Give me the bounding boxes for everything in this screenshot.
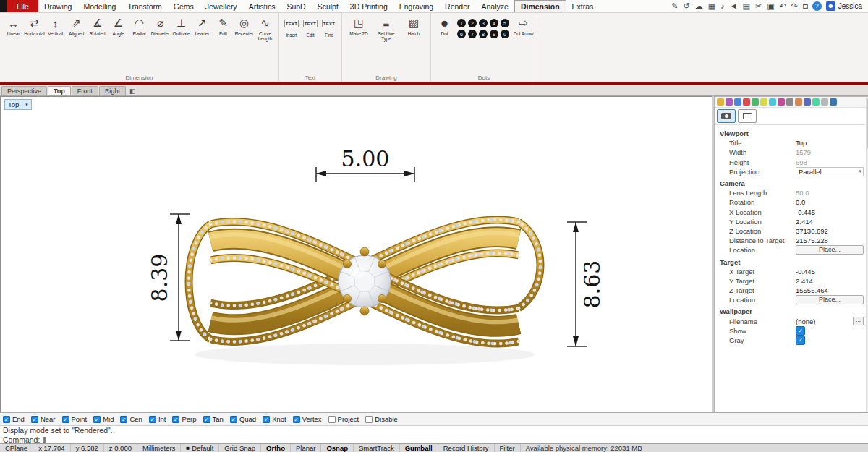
checkbox[interactable]: ✓ (293, 416, 300, 423)
checkbox[interactable] (365, 416, 373, 423)
panel-tab-icon[interactable] (830, 98, 837, 106)
panel-tab-icon[interactable] (812, 98, 820, 106)
microphone-icon[interactable]: ♪ (720, 2, 725, 10)
checkbox[interactable]: ✓ (31, 416, 38, 423)
recenter-tool[interactable]: ◎ Recenter (234, 15, 255, 36)
menu-tab-transform[interactable]: Transform (122, 0, 167, 12)
menu-tab-analyze[interactable]: Analyze (476, 0, 514, 12)
save-icon[interactable]: ◘ (803, 2, 808, 10)
viewport-tab-top[interactable]: Top (48, 86, 71, 95)
menu-tab-engraving[interactable]: Engraving (393, 0, 439, 12)
checkbox[interactable]: ✓ (93, 416, 101, 423)
menu-tab-sculpt[interactable]: Sculpt (312, 0, 344, 12)
cloud-icon[interactable]: ☁ (695, 2, 703, 10)
checkbox[interactable]: ✓ (3, 416, 10, 423)
vertical-dimension-tool[interactable]: ↕ Vertical (45, 15, 66, 36)
numbered-dot-button[interactable]: 8 (479, 30, 488, 38)
hatch-tool[interactable]: ▨ Hatch (400, 15, 427, 36)
property-value[interactable]: 0.0 (796, 198, 805, 206)
menu-tab-subd[interactable]: SubD (281, 0, 311, 12)
panel-tab-icon[interactable] (769, 98, 776, 106)
cplane-button[interactable]: CPlane (0, 444, 33, 452)
ortho-toggle[interactable]: Ortho (261, 444, 291, 452)
display-options-tab[interactable] (738, 109, 757, 123)
history-icon[interactable]: ↺ (684, 2, 690, 10)
panel-tab-icon[interactable] (717, 98, 724, 106)
dot-arrow-tool[interactable]: ⇨ Dot Arrow (513, 15, 534, 36)
gumball-toggle[interactable]: Gumball (400, 444, 438, 452)
numbered-dot-button[interactable]: 0 (501, 30, 509, 38)
menu-tab-artistics[interactable]: Artistics (243, 0, 281, 12)
planar-toggle[interactable]: Planar (291, 444, 321, 452)
menu-tab-drawing[interactable]: Drawing (38, 0, 78, 12)
edit-dimension-tool[interactable]: ✎ Edit (213, 15, 234, 36)
property-value[interactable]: Place... (796, 295, 864, 304)
viewport-title-menu[interactable]: Top ▾ (4, 99, 32, 110)
units-indicator[interactable]: Millimeters (137, 444, 181, 452)
horizontal-dimension-tool[interactable]: ⇄ Horizontal (24, 15, 45, 36)
paste-icon[interactable]: ▤ (743, 2, 750, 10)
numbered-dot-button[interactable]: 4 (490, 19, 498, 27)
record-history-toggle[interactable]: Record History (438, 444, 495, 452)
property-value[interactable]: 698 (796, 158, 807, 166)
set-line-type-tool[interactable]: ≡ Set Line Type (373, 15, 400, 42)
text-find-tool[interactable]: TEXT Find (320, 15, 339, 38)
panel-tab-icon[interactable] (734, 98, 741, 106)
checkbox[interactable]: ✓ (203, 416, 210, 423)
dot-tool[interactable]: ● Dot (434, 15, 455, 36)
linear-dimension-tool[interactable]: ↔ Linear (3, 15, 24, 36)
smarttrack-toggle[interactable]: SmartTrack (354, 444, 400, 452)
osnap-status-toggle[interactable]: Osnap (321, 444, 354, 452)
panel-tab-icon[interactable] (760, 98, 767, 106)
panel-tab-icon[interactable] (821, 98, 828, 106)
rotated-dimension-tool[interactable]: ∡ Rotated (87, 15, 108, 36)
panel-tab-icon[interactable] (795, 98, 802, 106)
z-coordinate[interactable]: z 0.000 (104, 444, 137, 452)
osnap-toggle[interactable]: ✓ Int (149, 415, 166, 423)
menu-tab-render[interactable]: Render (439, 0, 475, 12)
calendar-icon[interactable]: ▦ (708, 2, 715, 10)
numbered-dot-button[interactable]: 7 (468, 30, 477, 38)
text-insert-tool[interactable]: TEXT Insert (282, 15, 301, 38)
curve-length-tool[interactable]: ∿ Curve Length (255, 15, 276, 42)
viewport-properties-tab[interactable] (717, 109, 736, 123)
property-value[interactable]: -0.445 (796, 208, 815, 216)
browse-button[interactable]: ... (853, 317, 864, 325)
x-coordinate[interactable]: x 17.704 (33, 444, 70, 452)
property-value[interactable]: Parallel (796, 167, 864, 176)
radial-dimension-tool[interactable]: ◠ Radial (129, 15, 150, 36)
menu-tab-3d-printing[interactable]: 3D Printing (344, 0, 393, 12)
checkbox[interactable]: ✓ (62, 416, 69, 423)
checkbox[interactable]: ✓ (149, 416, 156, 423)
property-value[interactable]: -0.445 (796, 268, 815, 276)
speaker-icon[interactable]: ◄ (730, 2, 738, 10)
osnap-toggle[interactable]: ✓ Tan (203, 415, 224, 423)
property-value[interactable]: 2.414 (796, 218, 813, 226)
file-menu-button[interactable]: File (7, 0, 38, 12)
menu-tab-extras[interactable]: Extras (566, 0, 600, 12)
osnap-toggle[interactable]: ✓ Quad (230, 415, 256, 423)
y-coordinate[interactable]: y 6.582 (71, 444, 104, 452)
ordinate-dimension-tool[interactable]: ⊥ Ordinate (171, 15, 192, 36)
text-edit-tool[interactable]: TEXT Edit (301, 15, 320, 38)
osnap-toggle[interactable]: ✓ Mid (93, 415, 114, 423)
angle-dimension-tool[interactable]: ∠ Angle (108, 15, 129, 36)
grid-snap-toggle[interactable]: Grid Snap (219, 444, 261, 452)
property-value[interactable]: Place... (796, 245, 864, 255)
osnap-toggle[interactable]: ✓ Point (62, 415, 88, 423)
numbered-dot-button[interactable]: 5 (501, 19, 509, 27)
menu-tab-dimension[interactable]: Dimension (514, 0, 566, 12)
property-value[interactable]: 1579 (796, 148, 811, 156)
osnap-toggle[interactable]: Disable (365, 415, 398, 423)
viewport-tab-menu-icon[interactable]: ◧ (129, 88, 136, 95)
osnap-toggle[interactable]: ✓ Near (31, 415, 56, 423)
redo-icon[interactable]: ↷ (791, 2, 798, 10)
property-value[interactable]: ✓ (796, 326, 805, 336)
numbered-dot-button[interactable]: 6 (457, 30, 466, 38)
leader-tool[interactable]: ↗ Leader (192, 15, 213, 36)
numbered-dot-button[interactable]: 9 (490, 30, 498, 38)
property-value[interactable]: 21575.228 (796, 236, 828, 244)
property-value[interactable]: (none) (796, 317, 815, 325)
property-value[interactable]: 50.0 (796, 189, 809, 197)
panel-tab-icon[interactable] (778, 98, 785, 106)
